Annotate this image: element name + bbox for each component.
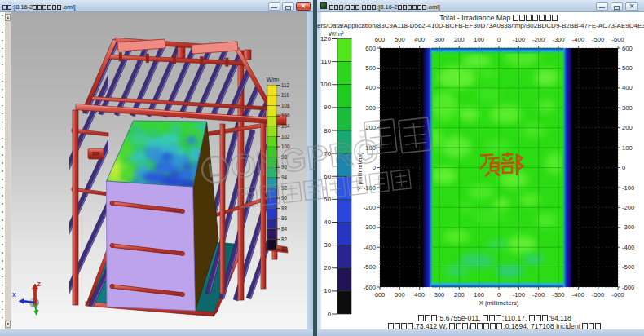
svg-text:-600: -600: [611, 36, 624, 43]
svg-text:100: 100: [320, 81, 332, 88]
svg-text:10: 10: [324, 287, 331, 294]
svg-text:300: 300: [434, 291, 445, 298]
svg-text:100: 100: [474, 36, 484, 43]
svg-text:-300: -300: [552, 291, 564, 298]
svg-text:200: 200: [454, 291, 465, 298]
svg-text:300: 300: [365, 104, 376, 112]
svg-text:60: 60: [324, 173, 331, 180]
svg-text:500: 500: [622, 64, 633, 72]
svg-text:Y (millimeters): Y (millimeters): [356, 153, 364, 191]
svg-text:-500: -500: [592, 291, 604, 298]
svg-text:-200: -200: [532, 291, 545, 298]
svg-text:110: 110: [321, 58, 332, 65]
svg-text:-400: -400: [364, 244, 376, 251]
svg-text:600: 600: [365, 45, 376, 52]
svg-text:-600: -600: [364, 284, 376, 291]
svg-text:0: 0: [497, 291, 501, 298]
svg-text:300: 300: [622, 104, 633, 112]
svg-text:20: 20: [324, 264, 331, 272]
svg-text:W/m²: W/m²: [329, 30, 344, 38]
svg-text:70: 70: [324, 150, 331, 157]
svg-text:100: 100: [622, 144, 633, 152]
svg-text:40: 40: [324, 219, 331, 226]
svg-text:30: 30: [324, 241, 331, 249]
svg-text:100: 100: [474, 291, 484, 298]
svg-text:-400: -400: [572, 291, 584, 298]
svg-text:-300: -300: [364, 223, 376, 231]
svg-text:-500: -500: [622, 263, 634, 271]
svg-text:400: 400: [622, 84, 633, 91]
svg-text:-200: -200: [364, 204, 376, 211]
svg-text:600: 600: [375, 291, 386, 298]
svg-text:100: 100: [365, 144, 376, 152]
svg-text:500: 500: [365, 64, 376, 72]
svg-text:600: 600: [375, 36, 386, 43]
svg-text:-100: -100: [364, 184, 376, 192]
svg-text:50: 50: [324, 196, 331, 203]
svg-text:-300: -300: [552, 36, 564, 43]
svg-text:200: 200: [454, 36, 465, 43]
svg-text:-300: -300: [622, 223, 634, 231]
svg-text:-400: -400: [572, 36, 584, 43]
svg-text:-600: -600: [622, 284, 634, 291]
svg-text:-100: -100: [513, 291, 525, 298]
svg-text:500: 500: [395, 291, 405, 298]
svg-text:300: 300: [434, 36, 445, 43]
svg-text:500: 500: [395, 36, 405, 43]
svg-text:0: 0: [622, 164, 625, 171]
svg-text:400: 400: [365, 84, 376, 91]
svg-text:-500: -500: [364, 263, 376, 271]
svg-text:80: 80: [324, 127, 331, 135]
svg-text:X (millimeters): X (millimeters): [479, 299, 519, 307]
svg-text:400: 400: [414, 36, 425, 43]
svg-text:-100: -100: [622, 184, 634, 192]
svg-text:90: 90: [324, 104, 331, 111]
svg-text:-200: -200: [622, 204, 634, 211]
svg-text:-500: -500: [592, 36, 604, 43]
svg-text:200: 200: [622, 124, 633, 131]
svg-text:-200: -200: [532, 36, 545, 43]
svg-text:-600: -600: [611, 291, 624, 298]
svg-text:0: 0: [328, 311, 332, 318]
svg-text:-100: -100: [513, 36, 525, 43]
svg-text:200: 200: [365, 124, 376, 131]
svg-text:600: 600: [622, 45, 633, 52]
svg-text:-400: -400: [622, 244, 634, 251]
svg-text:400: 400: [414, 291, 425, 298]
svg-text:0: 0: [373, 164, 376, 171]
svg-text:0: 0: [497, 36, 501, 43]
